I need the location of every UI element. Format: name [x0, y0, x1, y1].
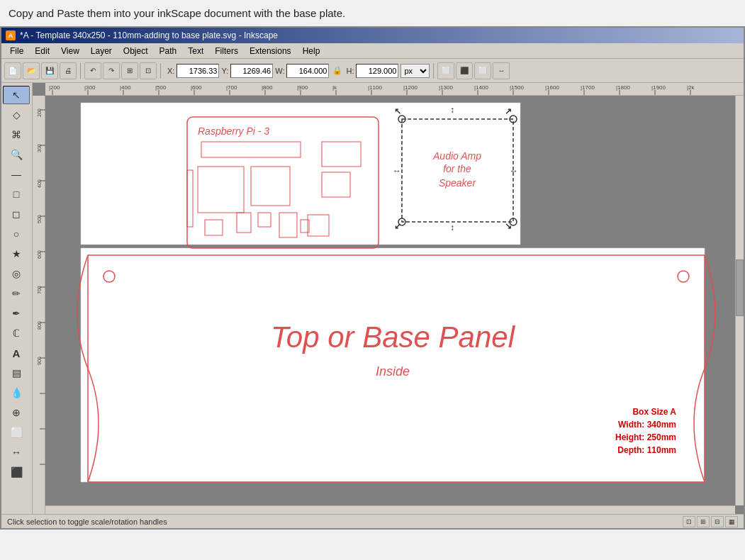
menu-extensions[interactable]: Extensions — [244, 45, 297, 57]
snap-icons: ⊡ ⊞ ⊟ ▦ — [683, 516, 738, 527]
svg-text:|1200: |1200 — [403, 84, 418, 91]
x-label: X: — [167, 67, 174, 75]
svg-text:|900: |900 — [297, 84, 308, 91]
align-right-button[interactable]: ⬜ — [474, 62, 491, 79]
snap-btn-2[interactable]: ⊞ — [697, 516, 710, 527]
tool-gradient[interactable]: ▤ — [3, 364, 30, 382]
status-text: Click selection to toggle scale/rotation… — [7, 517, 167, 526]
tool-node[interactable]: ◇ — [3, 106, 30, 124]
align-center-button[interactable]: ⬛ — [456, 62, 473, 79]
tool-rectangle[interactable]: □ — [3, 185, 30, 203]
tool-3dbox[interactable]: ◻ — [3, 205, 30, 223]
svg-text:↔: ↔ — [510, 166, 518, 176]
tool-fill[interactable]: ⬛ — [3, 463, 30, 481]
w-input[interactable] — [286, 64, 329, 78]
status-bar: Click selection to toggle scale/rotation… — [1, 514, 744, 528]
canvas-inner[interactable]: Raspberry Pi - 3 — [45, 96, 735, 505]
svg-text:↕: ↕ — [450, 223, 454, 233]
units-select[interactable]: px mm cm — [400, 64, 430, 78]
canvas-area[interactable]: |200 |300 |400 |500 |600 |700 |800 |900 … — [33, 83, 744, 514]
x-input[interactable] — [177, 64, 219, 78]
tool-spiral[interactable]: ◎ — [3, 264, 30, 283]
scrollbar-horizontal[interactable] — [45, 505, 735, 514]
open-button[interactable]: 📂 — [23, 62, 40, 79]
tool-zoom[interactable]: 🔍 — [3, 145, 30, 164]
title-bar: A *A - Template 340x250 - 110mm-adding t… — [1, 28, 744, 43]
toolbar-sep-3 — [433, 63, 434, 79]
zoom-drawing-button[interactable]: ⊡ — [140, 62, 157, 79]
redo-button[interactable]: ↷ — [103, 62, 120, 79]
flip-h-button[interactable]: ↔ — [493, 62, 510, 79]
menu-object[interactable]: Object — [118, 45, 154, 57]
main-area: ↖ ◇ ⌘ 🔍 ― □ ◻ ○ ★ ◎ ✏ ✒ ℂ A ▤ 💧 ⊕ ⬜ ↔ ⬛ — [1, 83, 744, 514]
save-button[interactable]: 💾 — [41, 62, 58, 79]
svg-text:Height:   250mm: Height: 250mm — [615, 432, 676, 442]
print-button[interactable]: 🖨 — [60, 62, 77, 79]
h-input[interactable] — [356, 64, 398, 78]
tool-text[interactable]: A — [3, 344, 30, 362]
svg-text:|700: |700 — [226, 84, 237, 91]
svg-text:↙: ↙ — [394, 221, 401, 231]
new-button[interactable]: 📄 — [4, 62, 21, 79]
tool-connector[interactable]: ↔ — [3, 443, 30, 461]
svg-text:for the: for the — [443, 163, 471, 174]
snap-btn-4[interactable]: ▦ — [725, 516, 738, 527]
toolbar-sep-1 — [80, 63, 81, 79]
svg-text:Depth:    110mm: Depth: 110mm — [617, 445, 676, 455]
ruler-top: |200 |300 |400 |500 |600 |700 |800 |900 … — [45, 83, 744, 96]
menu-filters[interactable]: Filters — [209, 45, 244, 57]
menu-text[interactable]: Text — [182, 45, 209, 57]
snap-btn-1[interactable]: ⊡ — [683, 516, 695, 527]
svg-text:|1500: |1500 — [510, 84, 524, 91]
svg-text:↔: ↔ — [393, 166, 401, 176]
menu-view[interactable]: View — [55, 45, 85, 57]
svg-text:|1100: |1100 — [368, 84, 382, 91]
svg-text:|1300: |1300 — [439, 84, 453, 91]
left-toolbar: ↖ ◇ ⌘ 🔍 ― □ ◻ ○ ★ ◎ ✏ ✒ ℂ A ▤ 💧 ⊕ ⬜ ↔ ⬛ — [1, 83, 33, 514]
svg-text:|2k: |2k — [687, 84, 695, 91]
svg-text:Width:    340mm: Width: 340mm — [618, 420, 676, 430]
svg-text:|200: |200 — [49, 84, 60, 91]
tool-dropper[interactable]: 💧 — [3, 383, 30, 402]
svg-text:|1600: |1600 — [545, 84, 559, 91]
menu-file[interactable]: File — [4, 45, 29, 57]
tool-star[interactable]: ★ — [3, 245, 30, 263]
menu-edit[interactable]: Edit — [29, 45, 55, 57]
tool-measure[interactable]: ― — [3, 165, 30, 184]
svg-text:|1400: |1400 — [474, 84, 488, 91]
svg-text:|400: |400 — [120, 84, 131, 91]
menu-layer[interactable]: Layer — [85, 45, 118, 57]
tool-pencil[interactable]: ✏ — [3, 284, 30, 303]
svg-text:|600: |600 — [191, 84, 202, 91]
svg-text:↕: ↕ — [450, 105, 454, 115]
scrollbar-thumb-v[interactable] — [736, 259, 744, 316]
window-title: *A - Template 340x250 - 110mm-adding to … — [20, 30, 278, 40]
instruction-text: Copy and Paste them into your inkScape d… — [9, 7, 345, 19]
tool-calligraphy[interactable]: ℂ — [3, 324, 30, 342]
scrollbar-vertical[interactable] — [735, 96, 744, 505]
svg-text:|1700: |1700 — [581, 84, 595, 91]
tool-circle[interactable]: ○ — [3, 225, 30, 243]
h-label: H: — [346, 67, 354, 75]
tool-pen[interactable]: ✒ — [3, 304, 30, 323]
undo-button[interactable]: ↶ — [84, 62, 101, 79]
tool-selector[interactable]: ↖ — [3, 86, 30, 104]
snap-btn-3[interactable]: ⊟ — [711, 516, 724, 527]
svg-text:Raspberry Pi - 3: Raspberry Pi - 3 — [198, 125, 269, 137]
coord-group: X: Y: W: 🔒 H: px mm cm — [167, 64, 430, 78]
menu-path[interactable]: Path — [154, 45, 183, 57]
y-input[interactable] — [230, 64, 273, 78]
svg-text:Top or Base Panel: Top or Base Panel — [271, 320, 516, 354]
svg-text:|1900: |1900 — [651, 84, 666, 91]
zoom-fit-button[interactable]: ⊞ — [121, 62, 138, 79]
svg-text:|k: |k — [332, 84, 337, 91]
toolbar-sep-2 — [160, 63, 161, 79]
tool-spray[interactable]: ⊕ — [3, 403, 30, 422]
tool-tweak[interactable]: ⌘ — [3, 125, 30, 144]
app-icon: A — [6, 30, 16, 40]
align-left-button[interactable]: ⬜ — [437, 62, 454, 79]
menu-help[interactable]: Help — [297, 45, 326, 57]
svg-text:Box Size A: Box Size A — [632, 407, 676, 417]
tool-eraser[interactable]: ⬜ — [3, 423, 30, 442]
svg-text:|1800: |1800 — [616, 84, 630, 91]
